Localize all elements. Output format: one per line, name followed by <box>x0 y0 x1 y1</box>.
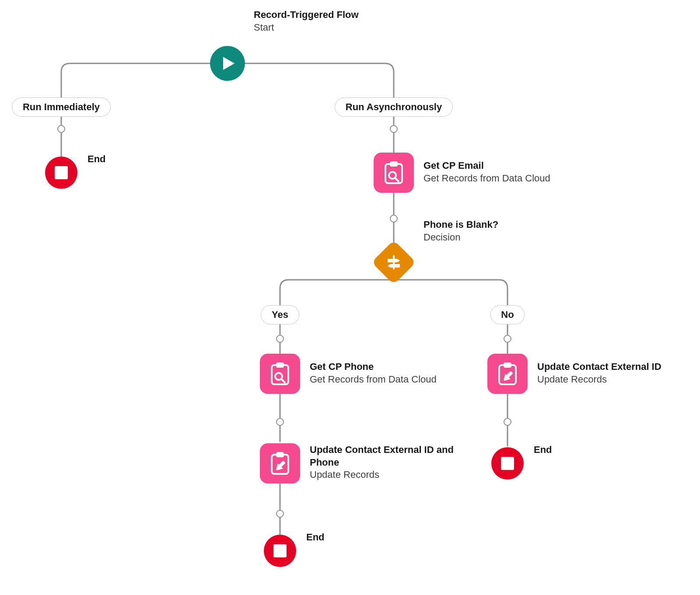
add-step-dot[interactable] <box>276 418 284 426</box>
clipboard-search-icon <box>383 160 405 185</box>
action-get-cp-email[interactable] <box>374 153 414 193</box>
clipboard-edit-icon <box>497 362 518 386</box>
flow-canvas: Record-Triggered Flow Start Run Immediat… <box>0 0 700 595</box>
svg-rect-6 <box>276 362 284 368</box>
add-step-dot[interactable] <box>276 510 284 518</box>
end-label-2: End <box>306 531 325 544</box>
play-icon <box>210 46 245 81</box>
branch-yes[interactable]: Yes <box>261 305 299 324</box>
start-label: Record-Triggered Flow Start <box>254 9 359 34</box>
svg-line-3 <box>395 178 399 181</box>
svg-rect-5 <box>272 365 288 384</box>
signpost-icon <box>386 254 402 270</box>
svg-rect-0 <box>385 164 402 183</box>
end-node-1[interactable] <box>45 157 77 189</box>
decision-label: Phone is Blank? Decision <box>424 219 498 244</box>
end-label-3: End <box>534 444 552 456</box>
add-step-dot[interactable] <box>504 418 511 426</box>
stop-icon <box>55 166 68 179</box>
branch-run-async[interactable]: Run Asynchronously <box>335 97 453 117</box>
clipboard-edit-icon <box>269 451 291 476</box>
clipboard-search-icon <box>269 362 291 386</box>
add-step-dot[interactable] <box>276 335 284 343</box>
end-node-2[interactable] <box>264 535 296 567</box>
action-update-contact-phone[interactable] <box>260 443 300 484</box>
add-step-dot[interactable] <box>504 335 511 343</box>
connector-lines <box>0 0 700 595</box>
start-sub: Start <box>254 21 359 34</box>
add-step-dot[interactable] <box>57 125 65 133</box>
branch-run-immediately[interactable]: Run Immediately <box>12 97 111 117</box>
svg-rect-1 <box>390 161 398 167</box>
get-cp-email-label: Get CP Email Get Records from Data Cloud <box>424 160 550 184</box>
svg-line-8 <box>281 379 285 383</box>
add-step-dot[interactable] <box>390 215 398 223</box>
svg-rect-13 <box>504 362 511 368</box>
action-get-cp-phone[interactable] <box>260 354 300 394</box>
start-node[interactable] <box>210 46 245 81</box>
add-step-dot[interactable] <box>390 125 398 133</box>
update-contact-phone-label: Update Contact External ID and Phone Upd… <box>310 444 476 481</box>
stop-icon <box>501 457 514 470</box>
svg-rect-10 <box>276 452 284 457</box>
end-node-3[interactable] <box>491 447 524 480</box>
end-label-1: End <box>88 153 106 166</box>
action-update-contact-ext[interactable] <box>487 354 528 394</box>
branch-no[interactable]: No <box>490 305 525 324</box>
get-cp-phone-label: Get CP Phone Get Records from Data Cloud <box>310 361 437 386</box>
update-contact-ext-label: Update Contact External ID Update Record… <box>537 361 662 386</box>
start-title: Record-Triggered Flow <box>254 9 359 21</box>
decision-phone-blank[interactable] <box>373 241 415 283</box>
stop-icon <box>273 544 287 557</box>
